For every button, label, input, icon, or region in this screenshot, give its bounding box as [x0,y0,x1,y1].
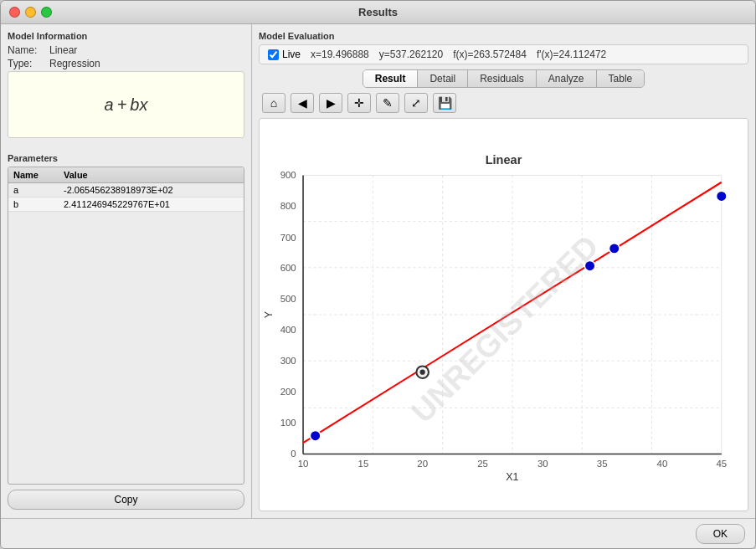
param-value: -2.065456238918973E+02 [59,183,229,198]
svg-text:10: 10 [298,459,309,469]
table-row: a -2.065456238918973E+02 [8,183,244,198]
right-panel: Model Evaluation Live x=19.496888 y=537.… [252,24,755,518]
svg-text:15: 15 [358,459,369,469]
params-table: Name Value a -2.065456238918973E+02 b 2.… [8,167,244,485]
svg-text:300: 300 [280,356,296,366]
params-col-name: Name [8,167,59,183]
svg-text:Y: Y [263,310,275,318]
bottom-bar: OK [1,518,755,548]
data-point-5 [717,191,727,201]
name-row: Name: Linear [8,44,244,56]
svg-text:30: 30 [537,459,548,469]
y-value: y=537.262120 [379,49,443,60]
tab-analyze[interactable]: Analyze [537,70,597,87]
svg-text:35: 35 [597,459,608,469]
chart-svg: Linear [260,119,748,511]
model-info-section: Model Information Name: Linear Type: Reg… [8,31,244,146]
main-window: Results Model Information Name: Linear T… [0,0,756,549]
param-extra [229,198,244,212]
tab-group: ResultDetailResidualsAnalyzeTable [363,69,645,88]
tabs-bar: ResultDetailResidualsAnalyzeTable [259,69,748,88]
watermark-text: UNREGISTERED [404,228,605,429]
params-label: Parameters [8,153,244,163]
left-panel: Model Information Name: Linear Type: Reg… [1,24,252,518]
svg-text:0: 0 [291,449,296,459]
chart-area: Linear [259,118,748,511]
svg-text:100: 100 [280,418,296,428]
svg-point-38 [420,370,425,375]
live-checkbox-input[interactable] [268,49,279,60]
expand-button[interactable]: ⤢ [404,93,428,113]
type-row: Type: Regression [8,58,244,69]
copy-button[interactable]: Copy [8,490,244,510]
tab-table[interactable]: Table [597,70,645,87]
chart-toolbar: ⌂ ◀ ▶ ✛ ✎ ⤢ 💾 [259,91,748,115]
main-content: Model Information Name: Linear Type: Reg… [1,24,755,518]
params-col-value: Value [59,167,229,183]
x-value: x=19.496888 [311,49,369,60]
formula-box: a + bx [8,71,244,138]
home-button[interactable]: ⌂ [262,93,285,113]
name-value: Linear [49,44,77,56]
svg-text:500: 500 [280,294,296,304]
fpx-value: f'(x)=24.112472 [537,49,606,60]
svg-text:700: 700 [280,233,296,243]
eval-bar: Live x=19.496888 y=537.262120 f(x)=263.5… [259,44,748,64]
svg-text:X1: X1 [506,471,518,483]
model-eval-label: Model Evaluation [259,31,748,41]
params-section: Parameters Name Value a -2.065 [8,153,244,511]
svg-text:45: 45 [716,459,727,469]
name-key: Name: [8,44,49,56]
forward-button[interactable]: ▶ [319,93,342,113]
live-label: Live [282,49,301,60]
ok-button[interactable]: OK [696,524,745,544]
param-name: b [8,198,59,212]
type-value: Regression [49,58,100,69]
tab-residuals[interactable]: Residuals [468,70,537,87]
window-title: Results [358,6,398,18]
svg-text:40: 40 [657,459,668,469]
live-checkbox[interactable]: Live [268,49,301,60]
svg-text:20: 20 [417,459,428,469]
svg-text:600: 600 [280,263,296,273]
titlebar-buttons [9,7,52,18]
svg-text:200: 200 [280,387,296,397]
minimize-button[interactable] [25,7,36,18]
data-point-4 [609,244,619,254]
tab-detail[interactable]: Detail [418,70,468,87]
svg-text:400: 400 [280,325,296,335]
move-button[interactable]: ✛ [347,93,371,113]
fx-value: f(x)=263.572484 [453,49,527,60]
back-button[interactable]: ◀ [291,93,314,113]
close-button[interactable] [9,7,20,18]
maximize-button[interactable] [41,7,52,18]
save-button[interactable]: 💾 [433,93,456,113]
type-key: Type: [8,58,49,69]
params-col-extra [229,167,244,183]
svg-text:800: 800 [280,201,296,211]
param-extra [229,183,244,198]
svg-text:900: 900 [280,170,296,180]
copy-btn-container: Copy [8,485,244,511]
svg-point-36 [310,430,320,440]
table-row: b 2.411246945229767E+01 [8,198,244,212]
param-name: a [8,183,59,198]
tab-result[interactable]: Result [363,70,419,87]
titlebar: Results [1,1,755,24]
formula-display: a + bx [105,95,148,115]
model-info-label: Model Information [8,31,244,41]
chart-title: Linear [486,153,522,167]
svg-text:25: 25 [477,459,488,469]
param-value: 2.411246945229767E+01 [59,198,229,212]
edit-button[interactable]: ✎ [376,93,399,113]
